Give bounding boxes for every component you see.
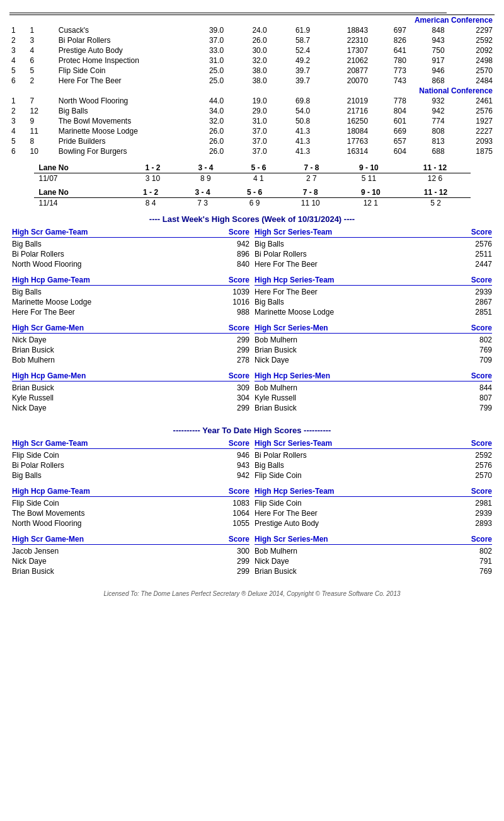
score-entry: Here For The Beer 988	[12, 307, 249, 317]
score-value: 2592	[467, 451, 492, 460]
score-title: High Hcp Game-Team	[12, 487, 90, 496]
score-name: Bi Polar Rollers	[255, 451, 467, 460]
score-value: 299	[224, 567, 249, 576]
team-won: 33.0	[183, 45, 226, 55]
score-header-label: Score	[229, 323, 249, 332]
team-tm: 10	[28, 146, 57, 156]
team-tm: 3	[28, 35, 57, 45]
score-title: High Scr Series-Team	[255, 439, 332, 448]
score-half-right: High Hcp Series-Team Score Flip Side Coi…	[252, 487, 495, 528]
team-pct: 61.9	[269, 25, 312, 35]
score-header-label: Score	[471, 276, 492, 284]
score-value: 2851	[467, 308, 492, 317]
score-value: 1055	[224, 519, 249, 528]
team-lost: 26.0	[226, 35, 269, 45]
team-totpins: 21019	[312, 96, 370, 106]
lane-header: 9 - 10	[338, 163, 399, 173]
team-tm: 4	[28, 45, 57, 55]
lane-header: 3 - 4	[176, 187, 229, 198]
team-ser: 2484	[447, 76, 495, 86]
score-title: High Scr Series-Team	[255, 228, 332, 236]
team-totpins: 18843	[312, 25, 370, 35]
score-section-row: High Hcp Game-Team Score Flip Side Coin …	[9, 487, 495, 528]
lane-data: 8 4	[125, 198, 177, 209]
team-ser: 2227	[447, 126, 495, 136]
score-value: 2511	[467, 250, 492, 259]
score-value: 278	[224, 356, 249, 364]
team-won: 39.0	[183, 25, 226, 35]
team-tm: 11	[28, 126, 57, 136]
table-row: 1 7 North Wood Flooring 44.0 19.0 69.8 2…	[9, 96, 495, 106]
team-name: Bowling For Burgers	[57, 146, 183, 156]
score-section-title: High Hcp Game-Men Score	[12, 371, 249, 381]
score-value: 807	[467, 393, 492, 402]
team-pct: 54.0	[269, 106, 312, 116]
last-week-section-title: ---- Last Week's High Scores (Week of 10…	[9, 214, 495, 224]
score-name: Flip Side Coin	[255, 499, 467, 508]
team-totpins: 16250	[312, 116, 370, 126]
score-entry: Brian Busick 309	[12, 383, 249, 393]
team-gm: 942	[408, 106, 447, 116]
score-name: Nick Daye	[255, 356, 467, 364]
score-title: High Scr Series-Men	[255, 323, 328, 332]
score-title: High Scr Series-Men	[255, 535, 328, 544]
team-lost: 37.0	[226, 146, 269, 156]
team-name: Pride Builders	[57, 136, 183, 146]
lane-data: 12 1	[340, 198, 401, 209]
team-tm: 2	[28, 76, 57, 86]
score-entry: Marinette Moose Lodge 2851	[255, 307, 492, 317]
score-name: Kyle Russell	[255, 393, 467, 402]
team-pos: 3	[9, 45, 28, 55]
team-ser: 1875	[447, 146, 495, 156]
score-entry: Flip Side Coin 1083	[12, 498, 249, 508]
team-won: 44.0	[183, 96, 226, 106]
team-pos: 1	[9, 96, 28, 106]
table-row: 3 9 The Bowl Movements 32.0 31.0 50.8 16…	[9, 116, 495, 126]
score-half-right: High Hcp Series-Team Score Here For The …	[252, 276, 495, 317]
team-tm: 1	[28, 25, 57, 35]
score-value: 2867	[467, 298, 492, 306]
table-row: 4 11 Marinette Moose Lodge 26.0 37.0 41.…	[9, 126, 495, 136]
team-pct: 52.4	[269, 45, 312, 55]
lane-assignments: Lane No1 - 23 - 45 - 67 - 89 - 1011 - 12…	[9, 163, 495, 208]
score-entry: Nick Daye 791	[255, 556, 492, 566]
score-entry: Bob Mulhern 844	[255, 383, 492, 393]
score-entry: Big Balls 2867	[255, 297, 492, 307]
table-row: 4 6 Protec Home Inspection 31.0 32.0 49.…	[9, 55, 495, 66]
team-totpins: 16314	[312, 146, 370, 156]
team-won: 34.0	[183, 106, 226, 116]
score-header-label: Score	[471, 535, 492, 544]
score-name: Here For The Beer	[255, 288, 467, 296]
team-ser: 2576	[447, 106, 495, 116]
score-value: 1016	[224, 298, 249, 306]
team-pos: 1	[9, 25, 28, 35]
score-half-left: High Scr Game-Team Score Big Balls 942 B…	[9, 228, 252, 269]
team-ave: 604	[370, 146, 408, 156]
score-name: Bob Mulhern	[255, 547, 467, 556]
score-value: 988	[224, 308, 249, 317]
score-name: Big Balls	[12, 471, 224, 480]
team-won: 31.0	[183, 55, 226, 66]
team-pos: 4	[9, 126, 28, 136]
team-name: Cusack's	[57, 25, 183, 35]
team-won: 25.0	[183, 76, 226, 86]
score-entry: Big Balls 2576	[255, 460, 492, 470]
score-title: High Hcp Series-Team	[255, 276, 334, 284]
team-name: Flip Side Coin	[57, 66, 183, 76]
score-section-title: High Scr Series-Team Score	[255, 439, 492, 449]
score-title: High Scr Game-Men	[12, 323, 84, 332]
score-entry: North Wood Flooring 840	[12, 259, 249, 269]
score-value: 2893	[467, 519, 492, 528]
score-entry: Bob Mulhern 802	[255, 335, 492, 345]
score-entry: Bi Polar Rollers 2592	[255, 450, 492, 460]
score-title: High Scr Game-Team	[12, 439, 88, 448]
table-row: 3 4 Prestige Auto Body 33.0 30.0 52.4 17…	[9, 45, 495, 55]
score-header-label: Score	[471, 228, 492, 236]
team-name: Big Balls	[57, 106, 183, 116]
team-totpins: 20877	[312, 66, 370, 76]
footer: Licensed To: The Dome Lanes Perfect Secr…	[9, 590, 495, 597]
score-name: Big Balls	[255, 240, 467, 248]
score-header-label: Score	[229, 276, 249, 284]
table-row: 2 3 Bi Polar Rollers 37.0 26.0 58.7 2231…	[9, 35, 495, 45]
score-header-label: Score	[471, 371, 492, 380]
